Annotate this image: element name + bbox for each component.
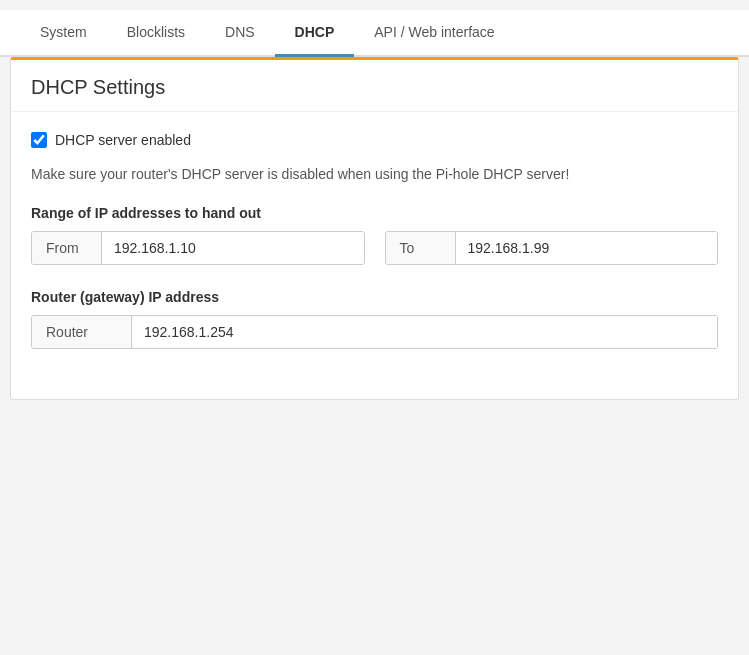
router-heading: Router (gateway) IP address	[31, 289, 718, 305]
tab-blocklists[interactable]: Blocklists	[107, 10, 205, 57]
panel-body: DHCP server enabled Make sure your route…	[11, 112, 738, 379]
ip-range-row: From To	[31, 231, 718, 265]
tabs-bar: System Blocklists DNS DHCP API / Web int…	[0, 10, 749, 57]
router-row: Router	[31, 315, 718, 349]
tab-system[interactable]: System	[20, 10, 107, 57]
tab-dns[interactable]: DNS	[205, 10, 275, 57]
from-label: From	[32, 232, 102, 264]
ip-range-heading: Range of IP addresses to hand out	[31, 205, 718, 221]
router-label: Router	[32, 316, 132, 348]
to-field-group: To	[385, 231, 719, 265]
tab-dhcp[interactable]: DHCP	[275, 10, 355, 57]
panel-footer	[11, 379, 738, 399]
dhcp-settings-panel: DHCP Settings DHCP server enabled Make s…	[10, 57, 739, 400]
dhcp-enabled-row: DHCP server enabled	[31, 132, 718, 148]
to-label: To	[386, 232, 456, 264]
page-wrapper: System Blocklists DNS DHCP API / Web int…	[0, 0, 749, 655]
dhcp-enabled-checkbox[interactable]	[31, 132, 47, 148]
from-input[interactable]	[102, 232, 364, 264]
dhcp-info-text: Make sure your router's DHCP server is d…	[31, 164, 718, 185]
to-input[interactable]	[456, 232, 718, 264]
dhcp-enabled-label[interactable]: DHCP server enabled	[55, 132, 191, 148]
panel-title: DHCP Settings	[31, 76, 718, 99]
panel-header: DHCP Settings	[11, 60, 738, 112]
from-field-group: From	[31, 231, 365, 265]
tab-api[interactable]: API / Web interface	[354, 10, 514, 57]
router-input[interactable]	[132, 316, 717, 348]
